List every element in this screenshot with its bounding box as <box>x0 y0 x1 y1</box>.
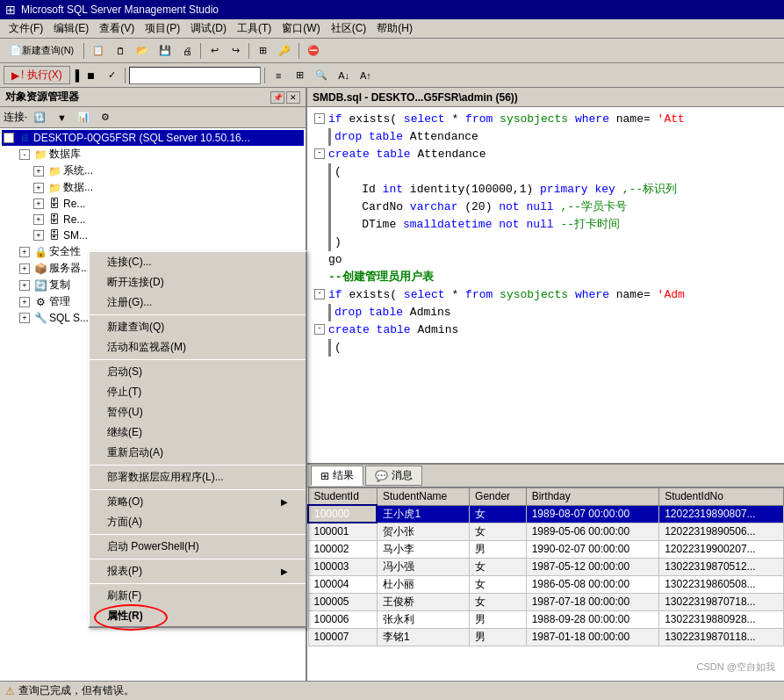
menu-edit[interactable]: 编辑(E) <box>48 19 94 38</box>
table-row[interactable]: 100002马小李男1990-02-07 00:00:0012022319900… <box>308 540 784 558</box>
sys-db-node[interactable]: + 📁 系统... <box>2 162 304 179</box>
menu-window[interactable]: 窗口(W) <box>277 19 325 38</box>
ctx-connect[interactable]: 连接(C)... <box>90 252 306 272</box>
menu-view[interactable]: 查看(V) <box>94 19 140 38</box>
table-cell[interactable]: 女 <box>470 558 527 575</box>
ctx-powershell[interactable]: 启动 PowerShell(H) <box>90 537 306 557</box>
toolbar-sql-btn-4[interactable]: A↓ <box>334 66 354 85</box>
table-row[interactable]: 100007李铭1男1987-01-18 00:00:0013022319870… <box>308 628 784 646</box>
table-cell[interactable]: 张永利 <box>377 610 469 628</box>
ctx-deploy[interactable]: 部署数据层应用程序(L)... <box>90 467 306 487</box>
ctx-pause[interactable]: 暂停(U) <box>90 402 306 422</box>
table-cell[interactable]: 贺小张 <box>377 523 469 540</box>
sql-agent-expand[interactable]: + <box>19 313 30 323</box>
security-expand[interactable]: + <box>19 247 30 257</box>
menu-project[interactable]: 项目(P) <box>140 19 185 38</box>
table-cell[interactable]: 1988-09-28 00:00:00 <box>526 610 659 628</box>
ctx-register[interactable]: 注册(G)... <box>90 292 306 313</box>
results-tab[interactable]: ⊞ 结果 <box>311 465 363 486</box>
ctx-refresh[interactable]: 刷新(F) <box>90 586 306 606</box>
menu-file[interactable]: 文件(F) <box>4 19 48 38</box>
parse-btn[interactable]: ✓ <box>102 66 121 85</box>
table-cell[interactable]: 100001 <box>308 523 377 540</box>
menu-community[interactable]: 社区(C) <box>326 19 372 38</box>
ctx-restart[interactable]: 重新启动(A) <box>90 443 306 463</box>
table-cell[interactable]: 1986-05-08 00:00:00 <box>526 575 659 593</box>
table-row[interactable]: 100004杜小丽女1986-05-08 00:00:0013022319860… <box>308 575 784 593</box>
menu-help[interactable]: 帮助(H) <box>371 19 418 38</box>
toolbar-sql-btn-1[interactable]: ≡ <box>269 66 288 85</box>
table-cell[interactable]: 1987-05-12 00:00:00 <box>526 558 659 575</box>
table-cell[interactable]: 冯小强 <box>377 558 469 575</box>
toolbar-btn-3[interactable]: 📂 <box>132 41 153 61</box>
collapse-3[interactable]: - <box>314 148 325 159</box>
db-selector[interactable] <box>129 67 261 84</box>
re1-node[interactable]: + 🗄 Re... <box>2 196 304 212</box>
toolbar-sql-btn-2[interactable]: ⊞ <box>290 66 309 85</box>
table-cell[interactable]: 1989-08-07 00:00:00 <box>526 505 659 523</box>
table-row[interactable]: 100000王小虎1女1989-08-07 00:00:001202231989… <box>308 505 784 523</box>
toolbar-btn-6[interactable]: ↩ <box>205 41 224 61</box>
table-cell[interactable]: 100003 <box>308 558 377 575</box>
toolbar-sql-btn-5[interactable]: A↑ <box>356 66 376 85</box>
collapse-1[interactable]: - <box>314 113 325 124</box>
ctx-activity-monitor[interactable]: 活动和监视器(M) <box>90 337 306 357</box>
table-cell[interactable]: 100005 <box>308 593 377 610</box>
table-cell[interactable]: 女 <box>470 523 527 540</box>
server-objects-expand[interactable]: + <box>19 263 30 274</box>
re1-expand[interactable]: + <box>33 198 44 209</box>
properties-btn[interactable]: ⚙ <box>96 108 115 127</box>
toolbar-btn-7[interactable]: ↪ <box>226 41 245 61</box>
table-cell[interactable]: 王小虎1 <box>377 505 469 523</box>
connect-label[interactable]: 连接· <box>4 110 27 125</box>
table-cell[interactable]: 女 <box>470 575 527 593</box>
table-cell[interactable]: 女 <box>470 505 527 523</box>
table-cell[interactable]: 杜小丽 <box>377 575 469 593</box>
refresh-tree-btn[interactable]: 🔃 <box>29 108 50 127</box>
table-cell[interactable]: 100006 <box>308 610 377 628</box>
table-row[interactable]: 100003冯小强女1987-05-12 00:00:0013022319870… <box>308 558 784 575</box>
toolbar-btn-5[interactable]: 🖨 <box>177 41 197 61</box>
toolbar-btn-4[interactable]: 💾 <box>155 41 176 61</box>
table-cell[interactable]: 100004 <box>308 575 377 593</box>
table-cell[interactable]: 13022319870118... <box>659 628 784 646</box>
ctx-stop[interactable]: 停止(T) <box>90 382 306 402</box>
toolbar-btn-8[interactable]: ⊞ <box>253 41 272 61</box>
sm-node[interactable]: + 🗄 SM... <box>2 227 304 243</box>
table-cell[interactable]: 12022319890807... <box>659 505 784 523</box>
menu-debug[interactable]: 调试(D) <box>185 19 232 38</box>
table-cell[interactable]: 马小李 <box>377 540 469 558</box>
server-node[interactable]: - 🖥 DESKTOP-0QG5FSR (SQL Server 10.50.16… <box>2 130 304 146</box>
table-cell[interactable]: 1990-02-07 00:00:00 <box>526 540 659 558</box>
execute-button[interactable]: ▶ ! 执行(X) <box>4 66 70 84</box>
server-expand[interactable]: - <box>4 133 14 143</box>
table-cell[interactable]: 100007 <box>308 628 377 646</box>
toolbar-btn-10[interactable]: ⛔ <box>303 41 324 61</box>
toolbar-btn-9[interactable]: 🔑 <box>274 41 295 61</box>
data-db-node[interactable]: + 📁 数据... <box>2 179 304 196</box>
table-row[interactable]: 100005王俊桥女1987-07-18 00:00:0013022319870… <box>308 593 784 610</box>
databases-node[interactable]: - 📁 数据库 <box>2 146 304 162</box>
databases-expand[interactable]: - <box>19 149 30 160</box>
re2-node[interactable]: + 🗄 Re... <box>2 212 304 227</box>
table-cell[interactable]: 王俊桥 <box>377 593 469 610</box>
table-cell[interactable]: 李铭1 <box>377 628 469 646</box>
management-expand[interactable]: + <box>19 297 30 307</box>
panel-pin-btn[interactable]: 📌 <box>270 91 284 104</box>
ctx-disconnect[interactable]: 断开连接(D) <box>90 272 306 292</box>
ctx-new-query[interactable]: 新建查询(Q) <box>90 317 306 337</box>
collapse-11[interactable]: - <box>314 289 325 299</box>
table-cell[interactable]: 100002 <box>308 540 377 558</box>
ctx-reports[interactable]: 报表(P) ▶ <box>90 561 306 581</box>
table-row[interactable]: 100006张永利男1988-09-28 00:00:0013022319880… <box>308 610 784 628</box>
table-cell[interactable]: 13022319870718... <box>659 593 784 610</box>
table-cell[interactable]: 男 <box>470 628 527 646</box>
filter-btn[interactable]: ▼ <box>52 108 71 127</box>
table-cell[interactable]: 100000 <box>308 505 377 523</box>
menu-tools[interactable]: 工具(T) <box>232 19 277 38</box>
table-cell[interactable]: 女 <box>470 593 527 610</box>
sm-expand[interactable]: + <box>33 230 44 241</box>
toolbar-sql-btn-3[interactable]: 🔍 <box>311 66 332 85</box>
re2-expand[interactable]: + <box>33 214 44 225</box>
ctx-facets[interactable]: 方面(A) <box>90 512 306 532</box>
